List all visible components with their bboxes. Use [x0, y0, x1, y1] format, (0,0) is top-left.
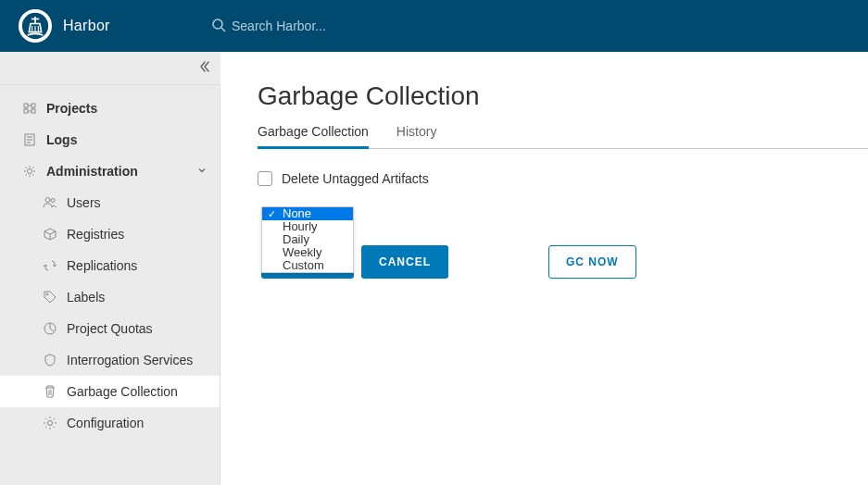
sidebar-item-labels[interactable]: Labels: [0, 281, 220, 313]
svg-point-1: [213, 19, 222, 29]
form-area: Delete Untagged Artifacts CANCEL GC NOW …: [258, 149, 868, 186]
registries-icon: [43, 227, 57, 242]
shield-icon: [43, 353, 57, 367]
option-label: None: [283, 206, 311, 220]
delete-untagged-checkbox[interactable]: [258, 171, 272, 186]
option-label: Weekly: [283, 245, 321, 259]
trash-icon: [43, 384, 57, 399]
nav-label: Projects: [46, 101, 97, 116]
nav-label: Project Quotas: [67, 321, 153, 336]
main-inner: Garbage Collection Garbage Collection Hi…: [220, 52, 868, 186]
search-wrap: [211, 18, 509, 35]
tab-history[interactable]: History: [396, 124, 437, 149]
tabs: Garbage Collection History: [258, 124, 868, 149]
sidebar: Projects Logs Administration: [0, 52, 220, 485]
option-label: Custom: [283, 258, 324, 272]
sidebar-item-interrogation-services[interactable]: Interrogation Services: [0, 344, 220, 376]
sidebar-item-garbage-collection[interactable]: Garbage Collection: [0, 376, 220, 407]
sidebar-collapse-row: [0, 52, 220, 85]
svg-point-10: [46, 293, 48, 295]
nav-label: Labels: [67, 290, 105, 305]
replications-icon: [43, 258, 57, 273]
sidebar-item-logs[interactable]: Logs: [0, 124, 220, 155]
logs-icon: [22, 132, 37, 147]
content-wrap: Projects Logs Administration: [0, 52, 868, 485]
check-icon: ✓: [268, 207, 276, 220]
svg-point-9: [51, 199, 55, 203]
svg-point-12: [48, 421, 53, 426]
sidebar-item-users[interactable]: Users: [0, 187, 220, 218]
sidebar-item-projects[interactable]: Projects: [0, 93, 220, 124]
gear-icon: [43, 416, 57, 430]
option-label: Daily: [283, 232, 309, 246]
nav-label: Administration: [46, 164, 138, 179]
cancel-button[interactable]: CANCEL: [361, 245, 448, 279]
svg-point-8: [45, 198, 50, 203]
sidebar-item-configuration[interactable]: Configuration: [0, 407, 220, 439]
tab-garbage-collection[interactable]: Garbage Collection: [258, 124, 369, 149]
sidebar-item-administration[interactable]: Administration: [0, 155, 220, 187]
collapse-icon[interactable]: [198, 60, 211, 76]
svg-rect-2: [24, 104, 28, 107]
schedule-option-hourly[interactable]: Hourly: [262, 220, 353, 233]
quotas-icon: [43, 321, 57, 336]
header: Harbor: [0, 0, 868, 52]
admin-icon: [22, 164, 37, 179]
projects-icon: [22, 101, 37, 116]
brand-name: Harbor: [63, 18, 110, 34]
nav-label: Configuration: [67, 416, 144, 430]
schedule-dropdown: ✓ None Hourly Daily Weekly Custom: [261, 206, 354, 273]
option-label: Hourly: [283, 219, 318, 233]
sidebar-item-registries[interactable]: Registries: [0, 218, 220, 250]
svg-rect-4: [24, 109, 28, 113]
harbor-logo-icon: [19, 9, 52, 43]
sidebar-item-project-quotas[interactable]: Project Quotas: [0, 313, 220, 344]
schedule-option-none[interactable]: ✓ None: [262, 207, 353, 220]
delete-untagged-row: Delete Untagged Artifacts: [258, 171, 868, 186]
delete-untagged-label: Delete Untagged Artifacts: [282, 171, 429, 186]
nav-label: Registries: [67, 227, 124, 242]
users-icon: [43, 195, 57, 210]
nav-label: Garbage Collection: [67, 384, 178, 399]
schedule-option-custom[interactable]: Custom: [262, 259, 353, 272]
svg-rect-5: [31, 109, 35, 113]
search-icon: [211, 18, 226, 35]
schedule-option-weekly[interactable]: Weekly: [262, 246, 353, 259]
nav-label: Replications: [67, 258, 137, 273]
nav-label: Interrogation Services: [67, 353, 193, 367]
sidebar-nav: Projects Logs Administration: [0, 85, 220, 439]
schedule-option-daily[interactable]: Daily: [262, 233, 353, 246]
nav-label: Logs: [46, 132, 77, 147]
nav-label: Users: [67, 195, 101, 210]
labels-icon: [43, 290, 57, 305]
logo-wrap: Harbor: [19, 9, 191, 43]
chevron-down-icon: [197, 165, 207, 178]
gc-now-button[interactable]: GC NOW: [548, 245, 636, 279]
svg-rect-3: [31, 104, 35, 107]
page-title: Garbage Collection: [258, 81, 868, 111]
svg-point-7: [28, 169, 32, 174]
search-input[interactable]: [232, 19, 509, 33]
sidebar-item-replications[interactable]: Replications: [0, 250, 220, 281]
main: Garbage Collection Garbage Collection Hi…: [220, 52, 868, 485]
